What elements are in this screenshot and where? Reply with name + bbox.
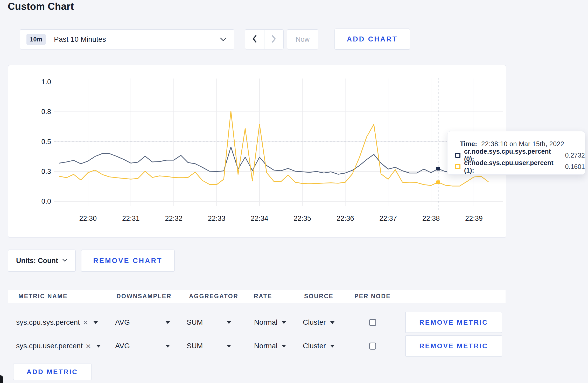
- now-button[interactable]: Now: [287, 29, 318, 49]
- metric-row: sys.cpu.sys.percent×AVGSUMNormalClusterR…: [8, 312, 506, 333]
- toolbar-accent-divider: [8, 30, 8, 49]
- y-axis-label: 0.0: [41, 197, 51, 205]
- caret-down-icon: [330, 321, 335, 324]
- metric-name-cell[interactable]: sys.cpu.user.percent×: [16, 335, 101, 357]
- col-header-rate: RATE: [254, 290, 272, 303]
- rate-dropdown[interactable]: Normal: [254, 312, 286, 333]
- source-dropdown[interactable]: Cluster: [303, 312, 335, 333]
- source-value: Cluster: [303, 342, 326, 350]
- y-axis-label: 0.5: [41, 138, 51, 146]
- caret-down-icon: [227, 345, 231, 347]
- tooltip-time-label: Time:: [460, 140, 477, 148]
- downsampler-value: AVG: [115, 342, 130, 350]
- x-axis-label: 22:35: [294, 215, 311, 222]
- units-label: Units: Count: [16, 257, 58, 265]
- tooltip-series-label: cr.node.sys.cpu.user.percent (1):: [464, 159, 561, 174]
- aggregator-value: SUM: [187, 342, 203, 350]
- col-header-downsampler: DOWNSAMPLER: [116, 290, 172, 303]
- units-dropdown[interactable]: Units: Count: [8, 250, 76, 272]
- metric-name-text: sys.cpu.user.percent: [16, 342, 83, 350]
- per-node-cell: [369, 312, 376, 333]
- col-header-source: SOURCE: [304, 290, 333, 303]
- aggregator-value: SUM: [187, 318, 203, 327]
- y-axis-label: 0.8: [41, 108, 51, 116]
- caret-down-icon: [93, 321, 98, 324]
- x-axis-label: 22:36: [337, 215, 354, 222]
- add-chart-button[interactable]: ADD CHART: [334, 29, 410, 50]
- remove-tag-icon[interactable]: ×: [86, 342, 91, 350]
- caret-down-icon: [227, 321, 231, 324]
- x-axis-label: 22:30: [79, 215, 97, 222]
- time-window-prev-button[interactable]: [245, 30, 264, 49]
- x-axis-label: 22:31: [122, 215, 140, 222]
- metrics-table-header: METRIC NAME DOWNSAMPLER AGGREGATOR RATE …: [8, 290, 506, 303]
- time-range-dropdown[interactable]: 10m Past 10 Minutes: [20, 29, 234, 49]
- series-line-1: [59, 111, 488, 186]
- rate-value: Normal: [254, 318, 277, 327]
- chevron-right-icon: [270, 34, 277, 45]
- remove-tag-icon[interactable]: ×: [83, 318, 88, 327]
- source-dropdown[interactable]: Cluster: [303, 335, 335, 357]
- chart-canvas[interactable]: 0.00.30.50.81.022:3022:3122:3222:3322:34…: [8, 65, 506, 238]
- remove-metric-button[interactable]: REMOVE METRIC: [405, 312, 502, 333]
- per-node-cell: [369, 335, 376, 357]
- metric-name-cell[interactable]: sys.cpu.sys.percent×: [16, 312, 98, 333]
- x-axis-label: 22:39: [465, 215, 483, 222]
- remove-chart-button[interactable]: REMOVE CHART: [81, 250, 175, 272]
- col-header-aggregator: AGGREGATOR: [189, 290, 238, 303]
- x-axis-label: 22:34: [251, 215, 268, 222]
- metric-name-text: sys.cpu.sys.percent: [16, 318, 80, 327]
- series-line-0: [59, 147, 488, 174]
- add-metric-button[interactable]: ADD METRIC: [13, 364, 92, 380]
- chevron-down-icon: [62, 258, 67, 263]
- caret-down-icon: [165, 345, 170, 347]
- time-range-badge: 10m: [26, 34, 46, 45]
- x-axis-label: 22:33: [208, 215, 226, 222]
- aggregator-dropdown[interactable]: SUM: [187, 335, 231, 357]
- crosshair-marker-0: [436, 167, 440, 171]
- x-axis-label: 22:38: [422, 215, 440, 222]
- remove-metric-button[interactable]: REMOVE METRIC: [405, 335, 502, 357]
- chevron-left-icon: [251, 34, 258, 45]
- col-header-per-node: PER NODE: [354, 290, 391, 303]
- x-axis-label: 22:37: [379, 215, 397, 222]
- chevron-down-icon: [220, 37, 227, 41]
- chart-tooltip: Time: 22:38:10 on Mar 15th, 2022 cr.node…: [447, 131, 585, 175]
- tooltip-series-value: 0.2732: [565, 152, 585, 159]
- downsampler-dropdown[interactable]: AVG: [115, 312, 170, 333]
- sys-series-swatch-icon: [455, 153, 460, 158]
- caret-down-icon: [165, 321, 170, 324]
- downsampler-dropdown[interactable]: AVG: [115, 335, 170, 357]
- screen-corner-artifact: [0, 375, 3, 383]
- rate-dropdown[interactable]: Normal: [254, 335, 286, 357]
- col-header-metric-name: METRIC NAME: [18, 290, 68, 303]
- time-window-nav: [245, 29, 284, 49]
- per-node-checkbox[interactable]: [369, 343, 376, 350]
- caret-down-icon: [330, 345, 335, 347]
- crosshair-marker-1: [436, 180, 440, 184]
- caret-down-icon: [282, 321, 286, 324]
- aggregator-dropdown[interactable]: SUM: [187, 312, 231, 333]
- y-axis-label: 0.3: [41, 168, 51, 175]
- source-value: Cluster: [303, 318, 326, 327]
- downsampler-value: AVG: [115, 318, 130, 327]
- time-window-next-button[interactable]: [264, 30, 283, 49]
- user-series-swatch-icon: [455, 164, 460, 169]
- tooltip-time-value: 22:38:10 on Mar 15th, 2022: [481, 140, 564, 148]
- per-node-checkbox[interactable]: [369, 319, 376, 326]
- y-axis-label: 1.0: [41, 78, 51, 86]
- tooltip-series-value: 0.1601: [565, 163, 585, 171]
- rate-value: Normal: [254, 342, 277, 350]
- page-title: Custom Chart: [8, 1, 74, 12]
- caret-down-icon: [282, 345, 286, 347]
- x-axis-label: 22:32: [165, 215, 183, 222]
- time-range-label: Past 10 Minutes: [54, 35, 106, 44]
- caret-down-icon: [96, 345, 101, 347]
- metric-row: sys.cpu.user.percent×AVGSUMNormalCluster…: [8, 335, 506, 357]
